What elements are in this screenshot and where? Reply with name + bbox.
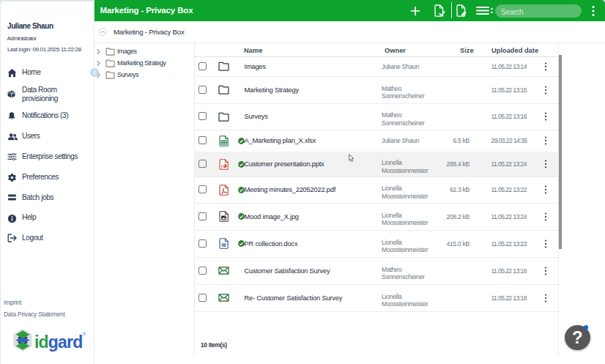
svg-text:W: W xyxy=(221,242,226,248)
svg-text:idgard: idgard xyxy=(34,333,83,352)
svg-text:®: ® xyxy=(83,332,86,336)
